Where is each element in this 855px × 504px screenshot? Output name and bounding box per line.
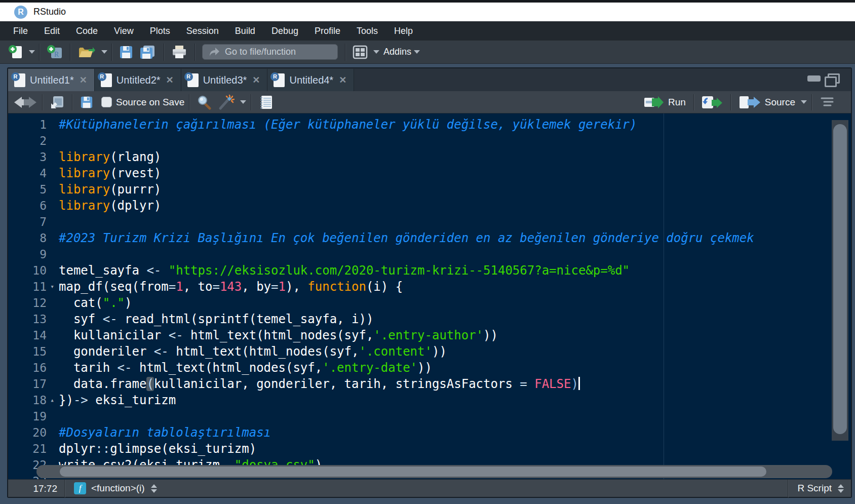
compile-report-button[interactable] [256,92,276,112]
maximize-pane-icon[interactable] [828,73,840,84]
menu-item-code[interactable]: Code [68,21,106,41]
rerun-button[interactable] [698,92,726,112]
toolbar-separator [189,94,189,110]
save-all-button[interactable] [136,42,160,62]
code-line-2[interactable]: 2 [8,133,851,149]
menu-item-file[interactable]: File [5,21,36,41]
code-line-3[interactable]: 3library(rlang) [8,149,851,165]
tab-close-icon[interactable]: ✕ [166,74,174,86]
code-line-4[interactable]: 4library(rvest) [8,165,851,181]
panes-grid-icon [353,45,368,59]
magnifier-icon [197,95,212,110]
open-in-new-window-button[interactable] [47,92,67,112]
document-outline-button[interactable] [817,92,838,112]
code-line-8[interactable]: 8#2023 Turizm Krizi Başlığını En çok beğ… [8,230,851,246]
line-number: 4 [8,165,55,181]
file-type-label: R Script [797,483,832,494]
editor-tab-4[interactable]: Untitled4*✕ [267,69,354,91]
menu-item-tools[interactable]: Tools [348,21,386,41]
forward-button[interactable] [29,97,36,108]
goto-file-function-input[interactable]: Go to file/function [202,44,338,60]
new-file-caret-icon[interactable] [29,50,35,54]
code-line-1[interactable]: 1#Kütüphanelerin çağırılması (Eğer kütüp… [8,117,851,133]
horizontal-scrollbar[interactable] [36,465,832,478]
code-line-13[interactable]: 13 syf <- read_html(sprintf(temel_sayfa,… [8,311,851,327]
menu-item-help[interactable]: Help [386,21,421,41]
back-button[interactable] [14,97,22,108]
goto-arrow-icon [209,47,220,57]
menu-item-debug[interactable]: Debug [263,21,306,41]
source-caret-icon[interactable] [801,100,807,104]
print-button[interactable] [168,42,190,62]
vertical-scrollbar-thumb[interactable] [833,124,847,434]
code-text: library(dplyr) [55,198,161,214]
line-number: 19 [8,408,55,424]
code-tools-button[interactable] [215,92,238,112]
code-line-10[interactable]: 10temel_sayfa <- "https://eksisozluk.com… [8,262,851,279]
code-line-6[interactable]: 6library(dplyr) [8,198,851,214]
vertical-scrollbar[interactable] [832,120,848,441]
code-text [55,408,59,424]
editor-tab-1[interactable]: Untitled1*✕ [8,69,95,91]
line-number: 10 [8,262,55,279]
editor-tab-3[interactable]: Untitled3*✕ [181,69,268,91]
line-number: 20 [8,424,55,441]
code-line-11[interactable]: 11▾map_df(seq(from=1, to=143, by=1), fun… [8,279,851,295]
tab-close-icon[interactable]: ✕ [80,74,87,86]
run-button[interactable]: Run [641,92,689,112]
code-text: library(rlang) [55,149,161,165]
workspace-panes-button[interactable] [349,42,371,62]
addins-button[interactable]: Addins [379,47,424,57]
code-line-14[interactable]: 14 kullanicilar <- html_text(html_nodes(… [8,327,851,343]
code-line-7[interactable]: 7 [8,214,851,230]
file-type-selector[interactable]: R Script [788,480,851,497]
menu-item-build[interactable]: Build [227,21,263,41]
menu-item-edit[interactable]: Edit [36,21,68,41]
run-label: Run [668,97,686,108]
code-line-17[interactable]: 17 data.frame(kullanicilar, gonderiler, … [8,376,851,392]
tab-close-icon[interactable]: ✕ [252,74,260,86]
find-replace-button[interactable] [194,92,215,112]
function-scope-label[interactable]: <function>(i) [91,483,145,494]
horizontal-scrollbar-thumb[interactable] [60,467,766,477]
open-file-button[interactable] [74,42,99,62]
code-line-16[interactable]: 16 tarih <- html_text(html_nodes(syf,'.e… [8,360,851,376]
editor-tab-2[interactable]: Untitled2*✕ [95,69,181,91]
tab-label: Untitled4* [289,74,333,86]
rstudio-logo-icon: R [14,6,27,19]
code-line-18[interactable]: 18▴})-> eksi_turizm [8,392,851,408]
addins-caret-icon [414,50,420,54]
rerun-icon [702,96,723,109]
r-file-icon [187,73,199,87]
minimize-pane-icon[interactable] [807,75,821,82]
menu-item-plots[interactable]: Plots [142,21,178,41]
code-tools-caret-icon[interactable] [240,100,246,104]
menu-item-profile[interactable]: Profile [306,21,348,41]
tab-close-icon[interactable]: ✕ [339,74,346,86]
panes-caret-icon[interactable] [373,50,379,54]
save-button[interactable] [116,42,136,62]
new-file-button[interactable] [5,42,26,62]
code-text: })-> eksi_turizm [55,392,176,408]
code-line-12[interactable]: 12 cat(".") [8,295,851,311]
source-on-save-checkbox[interactable] [101,97,112,107]
code-editor[interactable]: 1#Kütüphanelerin çağırılması (Eğer kütüp… [8,113,851,479]
fold-down-icon[interactable]: ▾ [50,279,54,295]
line-number: 6 [8,198,55,214]
code-text [55,246,59,262]
save-icon [119,45,133,59]
save-button-editor[interactable] [77,92,96,112]
code-line-5[interactable]: 5library(purrr) [8,181,851,198]
open-recent-caret-icon[interactable] [101,50,107,54]
code-line-9[interactable]: 9 [8,246,851,262]
source-button[interactable]: Source [735,92,798,112]
menu-item-view[interactable]: View [106,21,142,41]
code-line-21[interactable]: 21dplyr::glimpse(eksi_turizm) [8,441,851,457]
code-line-15[interactable]: 15 gonderiler <- html_text(html_nodes(sy… [8,343,851,360]
code-line-19[interactable]: 19 [8,408,851,424]
menu-item-session[interactable]: Session [178,21,227,41]
new-project-button[interactable]: R [44,42,66,62]
code-line-20[interactable]: 20#Dosyaların tablolaştırılması [8,424,851,441]
fold-up-icon[interactable]: ▴ [50,392,54,408]
scope-selector-spinner[interactable] [151,484,157,493]
